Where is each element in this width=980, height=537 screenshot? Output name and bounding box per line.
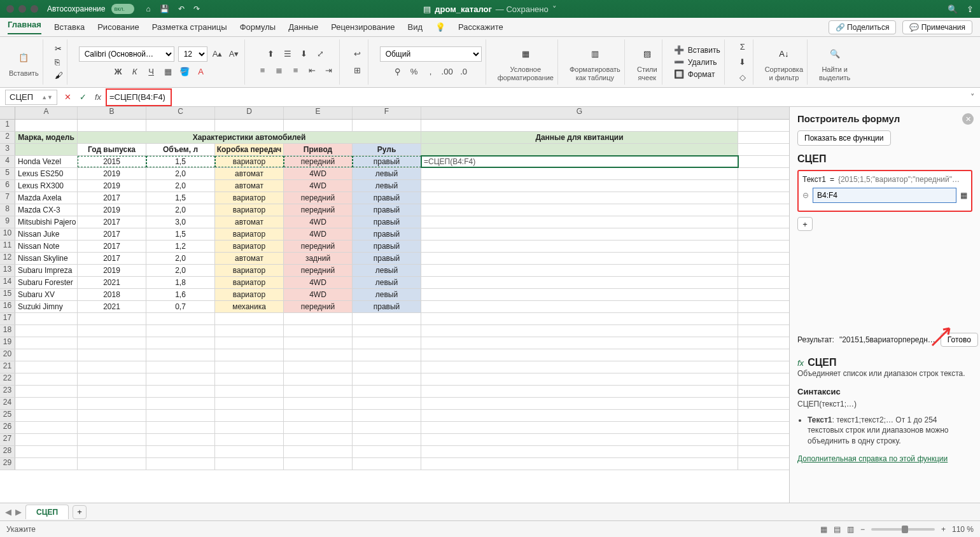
- cell[interactable]: [15, 373, 78, 385]
- cell-wheel[interactable]: правый: [353, 241, 421, 252]
- cell-transmission[interactable]: вариатор: [215, 228, 284, 240]
- cell[interactable]: [284, 410, 353, 421]
- format-as-table-icon[interactable]: ▥: [584, 43, 606, 64]
- share-icon[interactable]: ⇪: [967, 4, 974, 14]
- cell-wheel[interactable]: левый: [353, 168, 421, 179]
- comma-icon[interactable]: ,: [424, 66, 437, 78]
- fill-icon[interactable]: ⬇: [736, 56, 749, 69]
- cell-year[interactable]: 2019: [78, 265, 146, 276]
- row-header[interactable]: 18: [0, 325, 15, 337]
- cell-drive[interactable]: передний: [284, 192, 353, 204]
- tab-review[interactable]: Рецензирование: [331, 22, 395, 32]
- font-color-icon[interactable]: A: [195, 66, 207, 78]
- cell-wheel[interactable]: правый: [353, 228, 421, 240]
- range-picker-icon[interactable]: ▦: [960, 191, 967, 200]
- zoom-out-icon[interactable]: −: [860, 525, 865, 534]
- header-volume[interactable]: Объем, л: [146, 144, 215, 155]
- prev-sheet-icon[interactable]: ◀: [5, 507, 11, 517]
- cell[interactable]: [421, 386, 738, 397]
- cell-transmission[interactable]: автомат: [215, 180, 284, 192]
- cell[interactable]: [78, 446, 146, 457]
- cell[interactable]: [353, 325, 421, 337]
- cell-volume[interactable]: 3,0: [146, 216, 215, 228]
- cell-wheel[interactable]: левый: [353, 180, 421, 192]
- remove-arg-icon[interactable]: ⊖: [802, 191, 809, 200]
- row-header[interactable]: 27: [0, 434, 15, 445]
- copy-icon[interactable]: ⎘: [55, 57, 60, 67]
- cell[interactable]: [78, 373, 146, 385]
- view-layout-icon[interactable]: ▤: [834, 525, 841, 534]
- cell[interactable]: [146, 434, 215, 445]
- cell[interactable]: [15, 386, 78, 397]
- row-header[interactable]: 7: [0, 192, 15, 204]
- cell[interactable]: [421, 422, 738, 433]
- tab-layout[interactable]: Разметка страницы: [152, 22, 227, 32]
- header-model[interactable]: Марка, модель: [15, 132, 78, 143]
- align-middle-icon[interactable]: ☰: [281, 48, 294, 60]
- cell[interactable]: [353, 337, 421, 349]
- align-right-icon[interactable]: ≡: [290, 64, 302, 77]
- cell[interactable]: [421, 434, 738, 445]
- cell-drive[interactable]: передний: [284, 241, 353, 252]
- cell[interactable]: [146, 398, 215, 409]
- tab-formulas[interactable]: Формулы: [240, 22, 276, 32]
- cell-year[interactable]: 2017: [78, 216, 146, 228]
- increase-decimal-icon[interactable]: .00: [441, 66, 454, 78]
- paste-icon[interactable]: 📋: [13, 46, 34, 68]
- header-wheel[interactable]: Руль: [353, 144, 421, 155]
- header-year[interactable]: Год выпуска: [78, 144, 146, 155]
- increase-indent-icon[interactable]: ⇥: [323, 64, 335, 77]
- cell-wheel[interactable]: правый: [353, 192, 421, 204]
- share-button[interactable]: 🔗 Поделиться: [829, 20, 897, 34]
- cell[interactable]: [215, 361, 284, 373]
- cell[interactable]: [15, 325, 78, 337]
- orientation-icon[interactable]: ⤢: [314, 48, 327, 60]
- decrease-font-icon[interactable]: A▾: [228, 48, 241, 60]
- cell-transmission[interactable]: механика: [215, 301, 284, 312]
- cell-model[interactable]: Lexus ES250: [15, 168, 78, 179]
- cell-model[interactable]: Nissan Note: [15, 241, 78, 252]
- cell[interactable]: [353, 313, 421, 324]
- cell[interactable]: [215, 313, 284, 324]
- cell-receipt[interactable]: [421, 289, 738, 300]
- cell[interactable]: [146, 325, 215, 337]
- cell-model[interactable]: Subaru Forester: [15, 277, 78, 288]
- cell[interactable]: [421, 373, 738, 385]
- italic-icon[interactable]: К: [129, 66, 141, 78]
- maximize-window-icon[interactable]: [31, 5, 38, 13]
- search-icon[interactable]: 🔍: [948, 4, 958, 14]
- cell-receipt[interactable]: [421, 216, 738, 228]
- zoom-level[interactable]: 110 %: [952, 525, 974, 534]
- cell-drive[interactable]: передний: [284, 204, 353, 216]
- cell[interactable]: [284, 458, 353, 470]
- format-cells-icon[interactable]: 🔲: [674, 69, 684, 79]
- cell-transmission[interactable]: вариатор: [215, 277, 284, 288]
- col-header-A[interactable]: A: [15, 107, 78, 119]
- cell[interactable]: [284, 373, 353, 385]
- name-box[interactable]: СЦЕП▲▼: [5, 90, 57, 105]
- font-size-select[interactable]: 12: [178, 46, 207, 62]
- cell-receipt[interactable]: =СЦЕП(B4:F4): [421, 156, 738, 167]
- cell-volume[interactable]: 0,7: [146, 301, 215, 312]
- sheet-tab[interactable]: СЦЕП: [25, 505, 69, 519]
- cell[interactable]: [284, 349, 353, 361]
- cell[interactable]: [284, 337, 353, 349]
- cell[interactable]: [421, 458, 738, 470]
- cell[interactable]: [215, 458, 284, 470]
- cell[interactable]: [15, 361, 78, 373]
- decrease-indent-icon[interactable]: ⇤: [306, 64, 319, 77]
- header-transmission[interactable]: Коробка передач: [215, 144, 284, 155]
- row-header[interactable]: 5: [0, 168, 15, 179]
- cell-drive[interactable]: передний: [284, 156, 353, 167]
- minimize-window-icon[interactable]: [18, 5, 26, 13]
- cell[interactable]: [15, 458, 78, 470]
- find-select-icon[interactable]: 🔍: [824, 43, 846, 64]
- cell[interactable]: [146, 361, 215, 373]
- cell[interactable]: [353, 349, 421, 361]
- fx-icon[interactable]: fx: [90, 90, 106, 105]
- col-header-D[interactable]: D: [215, 107, 284, 119]
- next-sheet-icon[interactable]: ▶: [15, 507, 22, 517]
- cell[interactable]: [353, 410, 421, 421]
- cell-model[interactable]: Suzuki Jimny: [15, 301, 78, 312]
- cell[interactable]: [284, 361, 353, 373]
